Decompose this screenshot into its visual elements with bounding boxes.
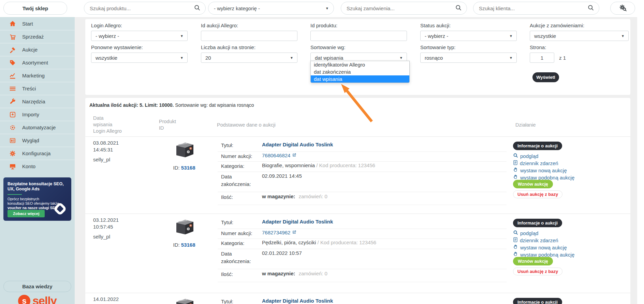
order-search-input[interactable]: [347, 5, 445, 11]
detail-separator: [218, 282, 507, 282]
sidebar-item-label: Treści: [22, 86, 36, 91]
gear-search-icon: [619, 4, 627, 13]
auctions-with-orders-select[interactable]: wszystkie ▼: [530, 31, 629, 41]
knowledge-base-button[interactable]: Baza wiedzy: [3, 281, 71, 292]
delete-auction-button[interactable]: Usuń aukcję z bazy: [513, 190, 562, 198]
auction-number-link[interactable]: 7680646824: [262, 153, 296, 158]
action-link-wystaw-now-aukcj-[interactable]: wystaw nową aukcję: [513, 244, 567, 250]
login-allegro-select[interactable]: - wybierz - ▼: [91, 31, 188, 41]
detail-separator: [218, 229, 507, 229]
filter-label: Ponowne wystawienie:: [91, 44, 188, 50]
sort-option[interactable]: dat zakończenia: [311, 68, 409, 75]
chevron-down-icon: ▼: [180, 56, 184, 60]
sidebar-item-konfiguracja[interactable]: Konfiguracja: [0, 147, 75, 160]
relist-select[interactable]: wszystkie ▼: [91, 53, 188, 63]
action-link-dziennik-zdarze-[interactable]: dziennik zdarzeń: [513, 160, 558, 166]
sidebar-item-sprzedaż[interactable]: Sprzedaż: [0, 30, 75, 43]
auction-id-input[interactable]: [201, 31, 297, 41]
producer-code: / Kod producenta: 123456: [316, 240, 376, 245]
product-search-input[interactable]: [90, 5, 185, 11]
action-link-label: podgląd: [520, 153, 538, 159]
promo-banner: Bezpłatne konsultacje SEO, UX, Google Ad…: [3, 177, 71, 221]
scrollbar[interactable]: [637, 17, 644, 304]
chevron-down-icon: ▼: [325, 6, 329, 10]
sidebar-item-automatyzacje[interactable]: Automatyzacje: [0, 121, 75, 134]
document-icon: [513, 160, 518, 166]
filter-label: Id produktu:: [310, 23, 407, 28]
delete-auction-button[interactable]: Usuń aukcję z bazy: [513, 267, 562, 275]
detail-value-title: Adapter Digital Audio Toslink: [262, 219, 333, 225]
auction-title-link[interactable]: Adapter Digital Audio Toslink: [262, 142, 333, 147]
product-id-value[interactable]: 53168: [181, 165, 195, 171]
auction-filter-panel: Login Allegro: - wybierz - ▼ Id aukcji A…: [85, 19, 630, 95]
resume-auction-button[interactable]: Wznów aukcję: [513, 257, 553, 265]
column-header-date-login: Data wpisania Login Allegro: [93, 115, 122, 134]
auction-number-link[interactable]: 7682734962: [262, 230, 296, 235]
sidebar-item-importy[interactable]: Importy: [0, 108, 75, 121]
sort-by-dropdown: identyfikatorów Allegrodat zakończeniada…: [310, 61, 410, 83]
action-link-wystaw-now-aukcj-[interactable]: wystaw nową aukcję: [513, 167, 567, 173]
sidebar-item-label: Narzędzia: [22, 99, 45, 104]
sidebar-item-start[interactable]: Start: [0, 17, 75, 30]
filter-label: Id aukcji Allegro:: [201, 23, 297, 28]
external-link-icon: [292, 230, 296, 235]
sidebar-item-treści[interactable]: Treści: [0, 82, 75, 95]
sidebar-item-narzędzia[interactable]: Narzędzia: [0, 95, 75, 108]
product-id-input[interactable]: [310, 31, 407, 41]
action-link-label: wystaw nową aukcję: [520, 168, 567, 173]
sidebar-item-marketing[interactable]: Marketing: [0, 69, 75, 82]
filter-label: Sortowanie typ:: [420, 44, 517, 50]
page-number-input[interactable]: [530, 53, 554, 63]
column-header-product: Produkt ID: [159, 118, 176, 131]
action-link-dziennik-zdarze-[interactable]: dziennik zdarzeń: [513, 237, 558, 243]
select-value: - wybierz -: [96, 33, 119, 39]
auction-details: Tytuł:Adapter Digital Audio ToslinkNumer…: [218, 214, 507, 291]
sidebar-item-label: Sprzedaż: [22, 34, 44, 40]
stock-label: w magazynie:: [262, 271, 295, 276]
detail-separator: [218, 172, 507, 172]
resume-auction-button[interactable]: Wznów aukcję: [513, 180, 553, 188]
search-icon[interactable]: [587, 4, 594, 12]
action-link-podgl-d[interactable]: podgląd: [513, 230, 538, 236]
detail-separator: [218, 161, 507, 162]
list-summary-counts: Aktualna ilość aukcji: 5. Limit: 10000.: [89, 102, 174, 108]
action-link-label: wystaw podobną aukcję: [520, 175, 574, 180]
auction-info-badge[interactable]: Informacje o aukcji: [513, 142, 562, 150]
per-page-select[interactable]: 20 ▼: [201, 53, 297, 63]
advanced-search-button[interactable]: [610, 2, 635, 15]
auction-status-select[interactable]: - wybierz - ▼: [420, 31, 517, 41]
sidebar-item-konto[interactable]: Konto: [0, 160, 75, 173]
sidebar-item-wygląd[interactable]: Wygląd: [0, 134, 75, 147]
promo-see-more-button[interactable]: Zobacz więcej: [8, 210, 45, 217]
sidebar-item-asortyment[interactable]: Asortyment: [0, 56, 75, 69]
auction-title-link[interactable]: Adapter Digital Audio Toslink: [262, 298, 333, 304]
category-select[interactable]: - wybierz kategorię - ▼: [208, 2, 334, 15]
promo-title: Bezpłatne konsultacje SEO, UX, Google Ad…: [8, 182, 67, 192]
auction-info-badge[interactable]: Informacje o aukcji: [513, 219, 562, 227]
detail-label: Kategoria:: [221, 162, 260, 170]
orders-count: zamówień: 0: [299, 271, 327, 276]
shop-button[interactable]: Twój sklep: [3, 2, 67, 15]
auction-list-panel: Aktualna ilość aukcji: 5. Limit: 10000. …: [85, 98, 630, 304]
select-value: wszystkie: [534, 33, 556, 39]
product-id-value[interactable]: 53168: [181, 242, 195, 248]
detail-value-orders: w magazynie:zamówień: 0: [262, 193, 327, 199]
action-link-podgl-d[interactable]: podgląd: [513, 153, 538, 159]
category-name: Pędzelki, pióra, czyściki: [262, 240, 316, 245]
detail-label: Tytuł:: [221, 219, 260, 226]
magnifier-icon: [513, 230, 518, 236]
sort-option[interactable]: identyfikatorów Allegro: [311, 61, 409, 68]
sidebar-item-aukcje[interactable]: Aukcje: [0, 43, 75, 56]
display-button[interactable]: Wyświetl: [532, 72, 559, 82]
detail-value-auction_no: 7680646824: [262, 153, 296, 158]
client-search: [473, 2, 599, 15]
sidebar: StartSprzedażAukcjeAsortymentMarketingTr…: [0, 17, 75, 304]
search-icon[interactable]: [455, 4, 462, 12]
auction-info-badge[interactable]: Informacje o aukcji: [513, 298, 562, 304]
auction-title-link[interactable]: Adapter Digital Audio Toslink: [262, 219, 333, 225]
search-icon[interactable]: [194, 4, 201, 12]
sort-option[interactable]: dat wpisania: [311, 75, 409, 83]
order-search: [341, 2, 467, 15]
sort-type-select[interactable]: rosnąco ▼: [420, 53, 517, 63]
client-search-input[interactable]: [479, 5, 578, 11]
